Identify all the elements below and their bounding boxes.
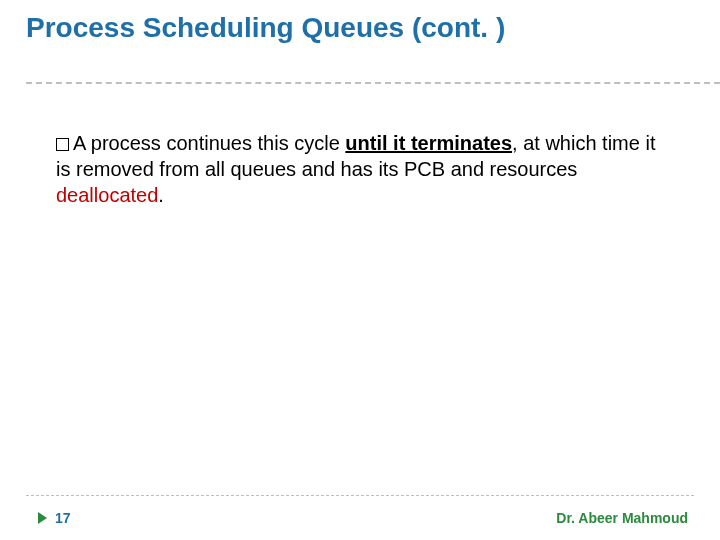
author-name: Dr. Abeer Mahmoud <box>556 510 688 526</box>
body-emphasis: until it terminates <box>345 132 512 154</box>
body-deallocated: deallocated <box>56 184 158 206</box>
slide-title: Process Scheduling Queues (cont. ) <box>26 12 694 44</box>
body-text: A process continues this cycle until it … <box>56 130 672 208</box>
triangle-icon <box>38 512 47 524</box>
page-number-group: 17 <box>38 510 71 526</box>
footer-divider <box>26 495 694 496</box>
page-number: 17 <box>55 510 71 526</box>
slide: Process Scheduling Queues (cont. ) A pro… <box>0 0 720 540</box>
body-end: . <box>158 184 164 206</box>
square-bullet-icon <box>56 138 69 151</box>
header-divider <box>26 82 720 84</box>
body-pre: A process continues this cycle <box>73 132 345 154</box>
